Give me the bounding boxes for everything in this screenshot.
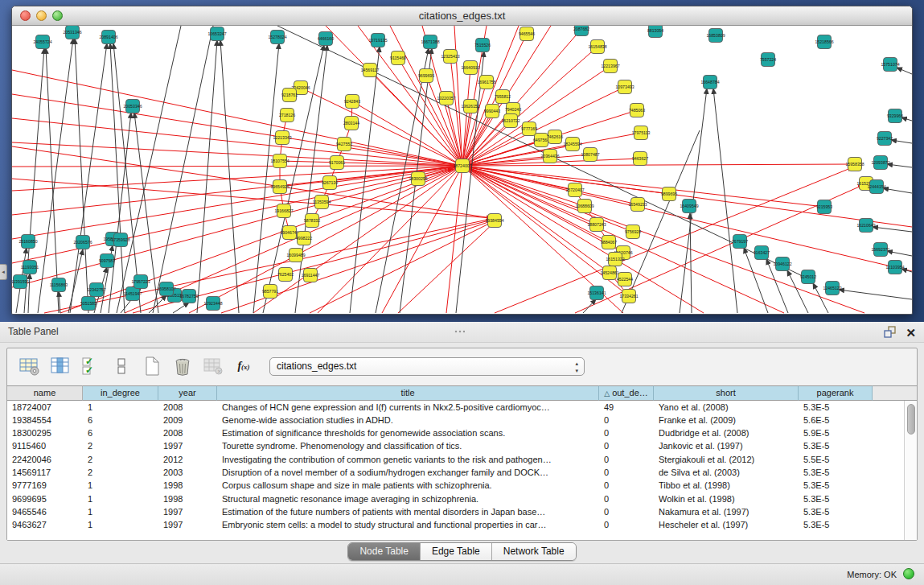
cell-out_degree[interactable]: 0 xyxy=(599,440,654,453)
graph-node[interactable]: 15278024 xyxy=(268,31,286,44)
cell-name[interactable]: 14569117 xyxy=(7,466,83,479)
graph-node[interactable]: 16210643 xyxy=(856,219,875,233)
cell-year[interactable]: 2012 xyxy=(158,453,217,466)
tab-network-table[interactable]: Network Table xyxy=(492,543,576,560)
cell-in_degree[interactable]: 2 xyxy=(83,440,158,453)
cell-in_degree[interactable]: 2 xyxy=(83,453,158,466)
graph-edge[interactable] xyxy=(426,76,462,166)
graph-node[interactable]: 16154838 xyxy=(588,40,606,54)
float-panel-icon[interactable] xyxy=(883,325,896,341)
graph-edge[interactable] xyxy=(277,26,804,277)
graph-edge[interactable] xyxy=(153,26,213,313)
column-header-out_degree[interactable]: △out_de… xyxy=(599,385,654,401)
cell-title[interactable]: Genome-wide association studies in ADHD. xyxy=(217,414,599,426)
graph-node[interactable]: 12213343 xyxy=(273,131,291,145)
graph-node[interactable]: 15958358 xyxy=(845,158,864,171)
cell-short[interactable]: Stergiakouli et al. (2012) xyxy=(654,453,799,466)
graph-node[interactable]: 19654925 xyxy=(270,180,289,194)
graph-node[interactable]: 9245012 xyxy=(800,270,816,284)
graph-edge[interactable] xyxy=(690,213,692,313)
window-titlebar[interactable]: citations_edges.txt xyxy=(12,6,912,26)
cell-in_degree[interactable]: 1 xyxy=(83,480,158,492)
table-source-dropdown[interactable]: citations_edges.txt ▴▾ xyxy=(269,357,585,376)
graph-node[interactable]: 7462616 xyxy=(547,130,563,144)
table-row[interactable]: 977716911998Corpus callosum shape and si… xyxy=(7,480,904,492)
graph-node[interactable]: 18245594 xyxy=(563,138,581,151)
cell-year[interactable]: 2003 xyxy=(158,466,217,479)
graph-node[interactable]: 9163427 xyxy=(754,246,770,260)
graph-node[interactable]: 25160850 xyxy=(18,235,37,249)
graph-node[interactable]: 17975113 xyxy=(632,126,651,140)
graph-node[interactable]: 16409549 xyxy=(680,200,698,213)
graph-node[interactable]: 4998222 xyxy=(296,232,312,245)
cell-pagerank[interactable]: 5.3E-5 xyxy=(799,401,873,414)
cell-in_degree[interactable]: 1 xyxy=(83,505,158,518)
table-row[interactable]: 969969511998Structural magnetic resonanc… xyxy=(7,492,904,505)
graph-node[interactable]: 20206576 xyxy=(73,236,92,249)
graph-node[interactable]: 19384554 xyxy=(485,214,503,228)
cell-pagerank[interactable]: 5.3E-5 xyxy=(799,440,873,453)
graph-edge[interactable] xyxy=(46,48,59,313)
graph-node[interactable]: 2803144 xyxy=(343,117,359,130)
graph-node[interactable]: 7679197 xyxy=(732,235,748,249)
graph-node[interactable]: 9170061 xyxy=(329,156,345,170)
cell-out_degree[interactable]: 0 xyxy=(599,453,654,466)
graph-node[interactable]: 9215953 xyxy=(816,200,832,214)
cell-year[interactable]: 1997 xyxy=(158,440,217,453)
graph-node[interactable]: 10973493 xyxy=(615,80,634,94)
cell-pagerank[interactable]: 5.3E-5 xyxy=(799,519,873,532)
cell-in_degree[interactable]: 6 xyxy=(83,427,158,440)
graph-node[interactable]: 15692371 xyxy=(871,243,889,257)
cell-in_degree[interactable]: 2 xyxy=(83,466,158,479)
cell-year[interactable]: 1997 xyxy=(158,505,217,518)
graph-edge[interactable] xyxy=(897,68,912,74)
column-header-in_degree[interactable]: in_degree xyxy=(83,385,158,401)
graph-node[interactable]: 7557224 xyxy=(760,53,776,67)
cell-out_degree[interactable]: 0 xyxy=(599,492,654,505)
cell-pagerank[interactable]: 5.3E-5 xyxy=(799,466,873,479)
select-all-button[interactable]: ✓✓ xyxy=(78,354,104,378)
graph-node[interactable]: 13626151 xyxy=(461,100,479,113)
cell-pagerank[interactable]: 5.3E-5 xyxy=(799,505,873,518)
graph-node[interactable]: 19166827 xyxy=(274,204,293,218)
graph-node[interactable]: 9884067 xyxy=(601,236,617,249)
graph-node[interactable]: 15218566 xyxy=(815,35,833,49)
graph-node[interactable]: 17957223 xyxy=(131,275,150,289)
cell-out_degree[interactable]: 0 xyxy=(599,427,654,440)
graph-edge[interactable] xyxy=(221,220,493,313)
column-header-year[interactable]: year xyxy=(158,385,217,401)
graph-node[interactable]: 7625402 xyxy=(277,268,294,282)
table-row[interactable]: 946554611997Estimation of the future num… xyxy=(7,505,904,518)
graph-node[interactable]: 11353594 xyxy=(313,196,331,209)
graph-node[interactable]: 16210722 xyxy=(501,114,519,128)
table-row[interactable]: 1830029562008Estimation of significance … xyxy=(7,427,904,440)
cell-short[interactable]: Jankovic et al. (1997) xyxy=(654,440,799,453)
cell-in_degree[interactable]: 6 xyxy=(83,414,158,426)
graph-node[interactable]: 15751074 xyxy=(881,58,899,72)
graph-edge[interactable] xyxy=(220,40,239,313)
graph-node[interactable]: 10653247 xyxy=(207,27,226,41)
graph-node[interactable]: 11193051 xyxy=(21,261,39,274)
graph-node[interactable]: 9267130 xyxy=(322,176,338,190)
cell-in_degree[interactable]: 1 xyxy=(83,401,158,414)
cell-short[interactable]: Hescheler et al. (1997) xyxy=(654,519,799,532)
graph-node[interactable]: 12103954 xyxy=(885,261,904,274)
cell-title[interactable]: Structural magnetic resonance image aver… xyxy=(217,492,599,505)
table-row[interactable]: 1872400712008Changes of HCN gene express… xyxy=(7,401,904,414)
cell-pagerank[interactable]: 5.6E-5 xyxy=(799,414,873,426)
graph-node[interactable]: 9990443 xyxy=(484,105,500,118)
graph-node[interactable]: 15720407 xyxy=(565,183,584,197)
graph-node[interactable]: 16958107 xyxy=(157,282,175,296)
graph-node[interactable]: 12923448 xyxy=(203,297,222,311)
column-header-title[interactable]: title xyxy=(217,385,599,401)
cell-short[interactable]: Dudbridge et al. (2008) xyxy=(654,427,799,440)
graph-node[interactable]: 12444154 xyxy=(867,180,885,194)
graph-node[interactable]: 12342757 xyxy=(87,283,105,297)
cell-out_degree[interactable]: 49 xyxy=(599,401,654,414)
cell-short[interactable]: Franke et al. (2009) xyxy=(654,414,799,426)
cell-year[interactable]: 2008 xyxy=(158,427,217,440)
graph-node[interactable]: 7515526 xyxy=(474,39,491,52)
graph-edge[interactable] xyxy=(883,188,912,193)
graph-node[interactable]: 10719135 xyxy=(368,34,387,47)
cell-in_degree[interactable]: 1 xyxy=(83,492,158,505)
